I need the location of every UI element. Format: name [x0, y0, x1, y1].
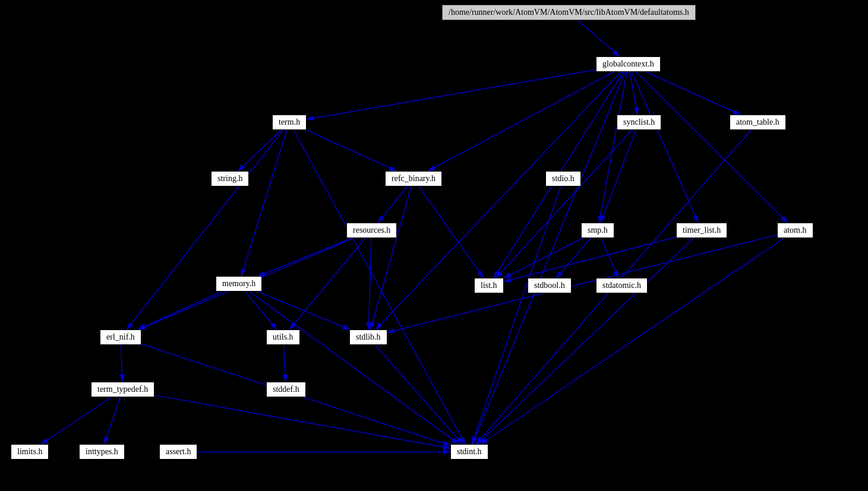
node-limits: limits.h — [11, 444, 49, 460]
node-term_typedef: term_typedef.h — [91, 382, 154, 397]
svg-line-19 — [371, 186, 412, 330]
svg-line-7 — [632, 72, 698, 223]
graph-container: /home/runner/work/AtomVM/AtomVM/src/libA… — [0, 0, 868, 491]
svg-line-41 — [154, 395, 450, 449]
svg-line-15 — [127, 130, 283, 330]
svg-line-2 — [307, 69, 596, 119]
svg-line-5 — [428, 72, 614, 171]
node-globalcontext: globalcontext.h — [596, 56, 661, 72]
node-atom_table: atom_table.h — [730, 115, 786, 130]
node-stdlib: stdlib.h — [349, 330, 387, 345]
node-smp: smp.h — [581, 223, 614, 238]
svg-line-13 — [307, 130, 397, 171]
svg-line-40 — [105, 397, 120, 444]
svg-line-22 — [368, 238, 371, 330]
node-term: term.h — [272, 115, 307, 130]
node-memory: memory.h — [216, 276, 262, 292]
svg-line-6 — [599, 72, 627, 223]
svg-line-29 — [387, 235, 777, 332]
svg-line-27 — [504, 237, 676, 281]
node-assert: assert.h — [159, 444, 197, 460]
node-string: string.h — [211, 171, 249, 186]
svg-line-38 — [375, 345, 462, 444]
node-stdatomic: stdatomic.h — [596, 278, 648, 293]
svg-line-21 — [289, 238, 365, 330]
svg-line-28 — [478, 238, 694, 444]
svg-line-32 — [257, 292, 349, 330]
node-utils: utils.h — [266, 330, 300, 345]
node-stdint: stdint.h — [450, 444, 488, 460]
svg-line-4 — [645, 72, 740, 115]
svg-line-1 — [577, 20, 619, 56]
svg-line-35 — [121, 345, 122, 382]
node-refc_binary: refc_binary.h — [385, 171, 442, 186]
node-timer_list: timer_list.h — [676, 223, 727, 238]
node-stdbool: stdbool.h — [528, 278, 572, 293]
svg-line-39 — [41, 397, 111, 444]
svg-line-30 — [481, 238, 784, 444]
node-resources: resources.h — [346, 223, 397, 238]
node-stddef: stddef.h — [266, 382, 306, 397]
svg-line-8 — [636, 72, 788, 223]
dependency-arrows — [0, 0, 868, 491]
node-list: list.h — [474, 278, 504, 293]
node-inttypes: inttypes.h — [79, 444, 125, 460]
svg-line-25 — [601, 238, 618, 278]
svg-line-3 — [630, 72, 637, 115]
svg-line-37 — [283, 345, 286, 382]
svg-line-46 — [472, 186, 560, 444]
svg-line-44 — [496, 130, 632, 278]
svg-line-26 — [504, 238, 582, 278]
svg-line-34 — [138, 292, 222, 330]
svg-line-31 — [245, 292, 277, 330]
svg-line-18 — [419, 186, 484, 278]
node-defaultatoms: /home/runner/work/AtomVM/AtomVM/src/libA… — [442, 5, 696, 20]
svg-line-11 — [472, 72, 625, 444]
svg-line-20 — [258, 238, 352, 276]
svg-line-24 — [556, 238, 591, 278]
node-erl_nif: erl_nif.h — [100, 330, 141, 345]
svg-line-14 — [241, 130, 287, 276]
svg-line-17 — [378, 186, 407, 223]
node-atom: atom.h — [777, 223, 813, 238]
node-synclist: synclist.h — [617, 115, 661, 130]
svg-line-33 — [250, 292, 459, 444]
svg-line-12 — [238, 130, 282, 171]
svg-line-45 — [601, 130, 636, 223]
node-stdio: stdio.h — [545, 171, 581, 186]
